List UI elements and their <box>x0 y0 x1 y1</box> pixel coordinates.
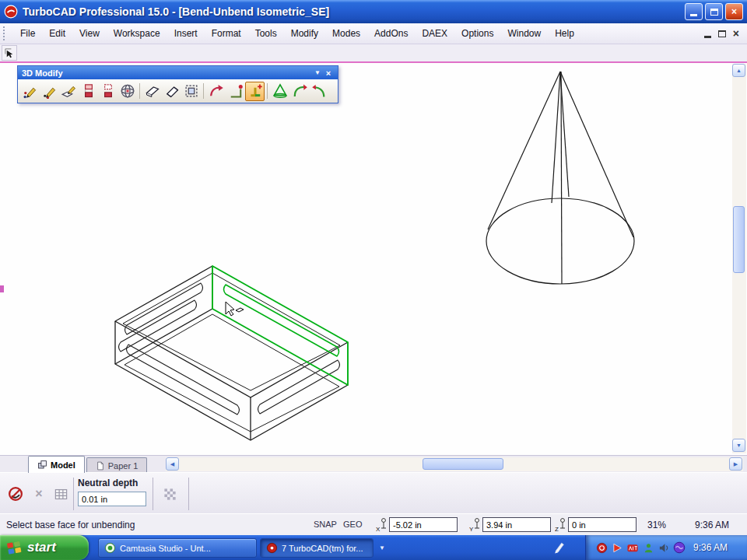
menu-help[interactable]: Help <box>548 25 581 42</box>
menu-file[interactable]: File <box>13 25 42 42</box>
bend-button[interactable] <box>206 82 226 101</box>
palette-close-button[interactable]: × <box>323 68 334 78</box>
vertical-scroll-thumb[interactable] <box>733 206 745 273</box>
volume-icon[interactable] <box>658 541 670 554</box>
tool-strip <box>0 44 747 61</box>
scroll-up-button[interactable]: ▲ <box>732 64 745 77</box>
cone-wireframe[interactable] <box>486 72 634 284</box>
menu-bar: File Edit View Workspace Insert Format T… <box>0 23 747 44</box>
horizontal-scrollbar[interactable]: ◀ ▶ <box>166 457 743 471</box>
toolbar-grip[interactable] <box>3 26 7 40</box>
table-icon <box>54 487 68 502</box>
selection-info-button[interactable] <box>51 485 70 503</box>
separator <box>153 478 153 510</box>
scroll-left-button[interactable]: ◀ <box>166 457 179 471</box>
assemble-by-face-button[interactable] <box>59 82 79 101</box>
select-face-button[interactable] <box>181 82 201 101</box>
camtasia-icon <box>104 542 116 554</box>
mdi-restore-button[interactable] <box>718 30 726 37</box>
menu-modify[interactable]: Modify <box>284 25 325 42</box>
tab-paper-1[interactable]: Paper 1 <box>86 457 148 473</box>
close-icon: × <box>731 6 737 17</box>
x-coordinate-input[interactable] <box>389 517 458 532</box>
boolean-intersect-button[interactable] <box>117 82 137 101</box>
unbend-button[interactable] <box>245 82 265 101</box>
vertical-scrollbar[interactable]: ▲ ▼ <box>732 64 746 453</box>
bend-arc-button[interactable] <box>289 82 309 101</box>
scroll-down-button[interactable]: ▼ <box>732 439 745 452</box>
y-coordinate-input[interactable] <box>482 517 551 532</box>
tab-model[interactable]: Model <box>28 456 85 473</box>
minimize-button[interactable] <box>685 3 703 20</box>
mouse-cursor <box>226 302 244 316</box>
cancel-button[interactable]: × <box>30 485 48 503</box>
menu-daex[interactable]: DAEX <box>415 25 454 42</box>
drawing-canvas[interactable]: 3D Modify ▼ × ▲ ▼ <box>0 63 747 455</box>
restore-button[interactable] <box>705 3 723 20</box>
separator <box>188 478 189 510</box>
menu-window[interactable]: Window <box>500 25 548 42</box>
z-coordinate-input[interactable] <box>568 517 637 532</box>
palette-title-bar[interactable]: 3D Modify ▼ × <box>18 66 338 79</box>
slotted-box-wireframe[interactable] <box>115 266 348 440</box>
assemble-by-axis-button[interactable] <box>40 82 59 101</box>
menu-format[interactable]: Format <box>205 25 248 42</box>
menu-modes[interactable]: Modes <box>325 25 367 42</box>
menu-edit[interactable]: Edit <box>42 25 72 42</box>
menu-tools[interactable]: Tools <box>248 25 284 42</box>
toolbar-separator <box>203 83 204 99</box>
mdi-minimize-button[interactable] <box>704 36 711 38</box>
palette-dropdown-button[interactable]: ▼ <box>312 68 323 78</box>
cursor-tool-button[interactable] <box>2 45 17 61</box>
menu-view[interactable]: View <box>72 25 107 42</box>
assemble-by-point-button[interactable] <box>20 82 40 101</box>
facet-delete-button[interactable] <box>162 82 181 101</box>
messenger-arrow-icon[interactable] <box>611 541 623 554</box>
menu-addons[interactable]: AddOns <box>367 25 415 42</box>
chevron-down-icon: ▼ <box>314 69 321 76</box>
task-group-chevron[interactable]: ▼ <box>377 538 388 558</box>
toolbar-separator <box>139 83 140 99</box>
neutral-depth-input[interactable] <box>78 492 146 506</box>
boolean-add-button[interactable] <box>79 82 98 101</box>
start-button[interactable]: start <box>0 535 89 560</box>
horizontal-scroll-thumb[interactable] <box>423 458 503 470</box>
bend-by-angle-button[interactable] <box>226 82 245 101</box>
chevron-down-icon: ▼ <box>379 544 385 551</box>
boolean-subtract-button[interactable] <box>98 82 117 101</box>
cancel-icon: × <box>35 487 42 501</box>
ati-icon[interactable] <box>626 541 639 554</box>
facet-offset-button[interactable] <box>142 82 162 101</box>
recorder-icon[interactable] <box>595 541 608 554</box>
close-button[interactable]: × <box>725 3 743 20</box>
y-coordinate-group: Y <box>469 517 551 532</box>
boolean-add-icon <box>81 83 96 99</box>
z-axis-pin-icon: Z <box>555 517 567 532</box>
geo-toggle[interactable]: GEO <box>343 520 362 529</box>
task-turbocad[interactable]: 7 TurboCAD(tm) for... <box>260 538 374 558</box>
task-camtasia[interactable]: Camtasia Studio - Unt... <box>98 538 257 558</box>
hatch-button[interactable] <box>160 485 179 503</box>
arrow-down-icon: ▼ <box>736 443 742 448</box>
unbend-arc-button[interactable] <box>309 82 328 101</box>
tab-paper-label: Paper 1 <box>108 461 139 471</box>
no-selection-button[interactable] <box>6 485 25 503</box>
turbocad-icon <box>266 542 278 554</box>
bend-icon <box>209 83 224 99</box>
snap-toggle[interactable]: SNAP <box>314 520 337 529</box>
scroll-right-button[interactable]: ▶ <box>729 457 742 471</box>
purple-app-icon[interactable] <box>673 541 686 554</box>
system-tray: 9:36 AM <box>585 535 747 560</box>
y-axis-pin-icon: Y <box>469 517 482 532</box>
menu-options[interactable]: Options <box>454 25 500 42</box>
cone-button[interactable] <box>270 82 289 101</box>
menu-workspace[interactable]: Workspace <box>107 25 167 42</box>
pen-tool-tray-icon[interactable] <box>552 541 566 557</box>
mdi-close-button[interactable]: × <box>733 30 739 37</box>
menu-insert[interactable]: Insert <box>167 25 205 42</box>
select-face-icon <box>184 83 199 99</box>
guide-mark <box>0 285 4 292</box>
user-icon[interactable] <box>642 541 654 554</box>
assemble-by-point-icon <box>23 83 38 99</box>
status-message: Select base face for unbending <box>6 520 135 530</box>
